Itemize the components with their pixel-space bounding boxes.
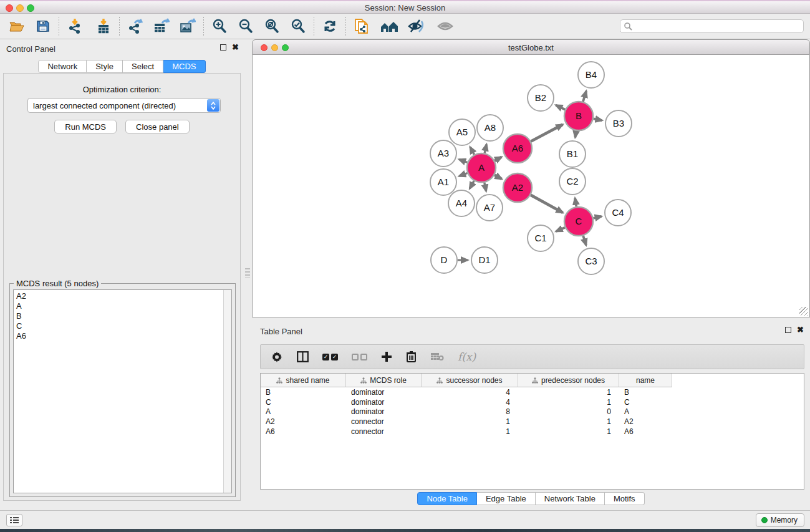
table-row[interactable]: Cdominator41C xyxy=(261,397,804,407)
close-panel-icon[interactable]: ✖ xyxy=(232,44,239,51)
edge-C-C3[interactable] xyxy=(583,236,586,245)
table-cell[interactable]: 4 xyxy=(422,387,518,397)
edge-A-A6[interactable] xyxy=(494,157,501,161)
resize-grip-icon[interactable] xyxy=(799,307,808,316)
table-tab-motifs[interactable]: Motifs xyxy=(605,492,645,505)
table-row[interactable]: Adominator80A xyxy=(261,407,804,417)
export-image-icon[interactable] xyxy=(177,16,198,36)
column-header-predecessor-nodes[interactable]: predecessor nodes xyxy=(518,374,619,387)
edge-C-C2[interactable] xyxy=(575,198,576,207)
table-tab-network-table[interactable]: Network Table xyxy=(536,492,605,505)
mcds-result-list[interactable]: A2ABCA6 xyxy=(13,289,232,493)
table-row[interactable]: Bdominator41B xyxy=(261,387,804,397)
select-all-icon[interactable]: ✓✓ xyxy=(322,354,338,360)
export-table-icon[interactable] xyxy=(151,16,172,36)
edge-A2-C[interactable] xyxy=(531,195,563,213)
table-cell[interactable]: B xyxy=(261,387,346,397)
edge-A-A5[interactable] xyxy=(470,147,475,155)
table-cell[interactable]: dominator xyxy=(346,407,422,417)
table-cell[interactable]: 8 xyxy=(422,407,518,417)
scrollbar-track[interactable] xyxy=(223,290,231,493)
edge-A-A8[interactable] xyxy=(485,144,486,153)
export-network-icon[interactable] xyxy=(125,16,146,36)
edge-A-A7[interactable] xyxy=(485,183,486,191)
close-panel-button[interactable]: Close panel xyxy=(125,120,190,133)
zoom-in-icon[interactable] xyxy=(209,16,230,36)
edge-C-C4[interactable] xyxy=(593,216,601,218)
mcds-result-item[interactable]: B xyxy=(16,311,231,321)
table-cell[interactable]: B xyxy=(619,387,672,397)
mcds-result-item[interactable]: A xyxy=(16,301,231,311)
settings-gear-icon[interactable] xyxy=(271,351,283,363)
table-cell[interactable]: dominator xyxy=(346,387,422,397)
column-header-name[interactable]: name xyxy=(619,374,672,387)
column-header-MCDS-role[interactable]: MCDS role xyxy=(346,374,422,387)
network-canvas[interactable]: AA6A2BCA5A8A3A1A4A7B2B4B3B1C2C4C1C3DD1 xyxy=(252,55,810,317)
close-table-panel-icon[interactable]: ✖ xyxy=(797,327,804,333)
tab-style[interactable]: Style xyxy=(87,60,123,73)
save-session-icon[interactable] xyxy=(32,16,54,36)
table-cell[interactable]: A xyxy=(261,407,346,417)
table-cell[interactable]: A2 xyxy=(619,417,672,427)
run-mcds-button[interactable]: Run MCDS xyxy=(54,120,117,133)
search-input[interactable] xyxy=(620,19,804,33)
table-cell[interactable]: 1 xyxy=(518,387,619,397)
edge-B-B2[interactable] xyxy=(556,105,565,110)
table-cell[interactable]: C xyxy=(619,397,672,407)
column-header-successor-nodes[interactable]: successor nodes xyxy=(422,374,518,387)
mcds-result-item[interactable]: A2 xyxy=(16,291,231,301)
refresh-icon[interactable] xyxy=(319,16,340,36)
table-row[interactable]: A6connector11A6 xyxy=(261,427,804,437)
table-row[interactable]: A2connector11A2 xyxy=(261,417,804,427)
table-cell[interactable]: connector xyxy=(346,417,422,427)
add-column-icon[interactable] xyxy=(381,351,392,362)
table-cell[interactable]: 1 xyxy=(518,427,619,437)
table-cell[interactable]: 1 xyxy=(422,417,518,427)
delete-column-icon[interactable] xyxy=(406,351,417,363)
table-cell[interactable]: 4 xyxy=(422,397,518,407)
import-table-icon[interactable] xyxy=(93,16,114,36)
tab-mcds[interactable]: MCDS xyxy=(163,60,205,73)
open-file-icon[interactable] xyxy=(6,16,27,36)
zoom-selected-icon[interactable] xyxy=(287,16,309,36)
table-cell[interactable]: A2 xyxy=(261,417,346,427)
edge-A-A2[interactable] xyxy=(494,175,502,179)
table-cell[interactable]: 1 xyxy=(518,417,619,427)
edge-A-A4[interactable] xyxy=(470,181,474,189)
edge-A6-B[interactable] xyxy=(531,125,562,142)
edge-A-A3[interactable] xyxy=(459,160,467,163)
hide-selected-icon[interactable] xyxy=(406,16,427,36)
network-graph[interactable]: AA6A2BCA5A8A3A1A4A7B2B4B3B1C2C4C1C3DD1 xyxy=(253,55,809,316)
show-all-icon[interactable] xyxy=(435,16,456,36)
table-cell[interactable]: A6 xyxy=(261,427,346,437)
table-cell[interactable]: dominator xyxy=(346,397,422,407)
table-cell[interactable]: A6 xyxy=(619,427,672,437)
table-cell[interactable]: A xyxy=(619,407,672,417)
criterion-dropdown[interactable]: largest connected component (directed) xyxy=(27,98,221,113)
node-table[interactable]: shared nameMCDS rolesuccessor nodesprede… xyxy=(260,373,804,490)
clone-network-icon[interactable] xyxy=(351,16,372,36)
mcds-result-item[interactable]: A6 xyxy=(16,331,231,341)
import-network-icon[interactable] xyxy=(64,16,85,36)
panel-splitter[interactable] xyxy=(244,39,252,510)
memory-button[interactable]: Memory xyxy=(756,513,804,527)
float-panel-icon[interactable] xyxy=(220,44,226,51)
zoom-fit-icon[interactable] xyxy=(261,16,282,36)
table-tab-edge-table[interactable]: Edge Table xyxy=(477,492,536,505)
table-cell[interactable]: 1 xyxy=(422,427,518,437)
tab-network[interactable]: Network xyxy=(38,60,87,73)
edge-C-C1[interactable] xyxy=(556,228,565,231)
edge-A-A1[interactable] xyxy=(459,173,467,176)
table-cell[interactable]: 0 xyxy=(518,407,619,417)
table-cell[interactable]: C xyxy=(261,397,346,407)
mcds-result-item[interactable]: C xyxy=(16,321,231,331)
toggle-column-panel-icon[interactable] xyxy=(297,351,309,362)
task-history-button[interactable] xyxy=(6,514,22,526)
table-cell[interactable]: 1 xyxy=(518,397,619,407)
edge-B-B3[interactable] xyxy=(594,118,602,120)
edge-B-B4[interactable] xyxy=(583,91,586,102)
float-table-panel-icon[interactable] xyxy=(785,327,791,333)
deselect-all-icon[interactable] xyxy=(352,354,367,360)
zoom-out-icon[interactable] xyxy=(235,16,256,36)
first-neighbors-icon[interactable] xyxy=(378,16,400,36)
